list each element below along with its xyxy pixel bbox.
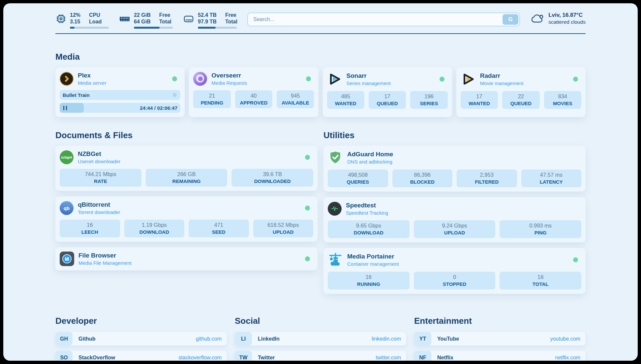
- card-subtitle: Usenet downloader: [78, 159, 120, 164]
- stat-series: 196 SERIES: [410, 91, 447, 109]
- ram-free-label: Free: [159, 12, 171, 18]
- filebrowser-icon: [60, 252, 74, 266]
- search-input[interactable]: [247, 13, 520, 26]
- ram-progress-bar: [134, 27, 173, 29]
- stat-seed: 471 SEED: [189, 220, 249, 237]
- qbittorrent-icon: qb: [60, 201, 74, 215]
- card-radarr[interactable]: Radarr Movie management 17 WANTED 22 QUE…: [456, 67, 586, 117]
- section-title-utilities: Utilities: [323, 130, 586, 140]
- entertainment-links-column: Entertainment YT YouTube youtube.com NF …: [414, 301, 586, 361]
- card-adguard[interactable]: AdGuard Home DNS and adblocking 498,508 …: [323, 146, 586, 192]
- card-portainer[interactable]: Media Portainer Container management 16 …: [323, 248, 586, 294]
- cpu-stat-group: 12% 3.15 CPU Load: [55, 12, 109, 29]
- stat-pending: 21 PENDING: [193, 90, 230, 108]
- pause-icon: [63, 106, 67, 110]
- stat-queued: 22 QUEUED: [502, 91, 539, 109]
- stat-latency: 47.57 ms LATENCY: [521, 169, 582, 187]
- stat-running: 16 RUNNING: [328, 272, 410, 289]
- card-title: Radarr: [480, 72, 524, 79]
- portainer-icon: [328, 252, 343, 267]
- card-subtitle: Media server: [78, 80, 107, 86]
- adguard-icon: [328, 150, 343, 165]
- card-plex[interactable]: Plex Media server Bullet Train: [55, 67, 185, 117]
- twitter-badge-icon: TW: [235, 351, 252, 361]
- card-qbittorrent[interactable]: qb qBittorrent Torrent downloader 16 LEE…: [55, 197, 318, 242]
- search-container: G: [247, 13, 520, 26]
- overseerr-icon: [193, 72, 207, 86]
- card-filebrowser[interactable]: File Browser Media File Management: [55, 247, 318, 270]
- status-indicator: [440, 77, 444, 82]
- cpu-load-value: 3.15: [70, 18, 80, 25]
- card-title: AdGuard Home: [347, 151, 393, 158]
- link-netflix[interactable]: NF Netflix netflix.com: [414, 351, 586, 361]
- header-divider: [55, 33, 586, 34]
- status-indicator: [172, 76, 177, 81]
- gear-icon[interactable]: [172, 92, 177, 98]
- card-subtitle: Movie management: [480, 80, 524, 86]
- link-stackoverflow[interactable]: SO StackOverflow stackoverflow.com: [55, 351, 227, 361]
- link-linkedin[interactable]: LI LinkedIn linkedin.com: [235, 332, 406, 346]
- status-indicator: [306, 76, 311, 81]
- stat-ping: 0.993 ms PING: [500, 220, 581, 238]
- cpu-progress-bar: [70, 27, 109, 29]
- card-subtitle: Media File Management: [78, 260, 132, 266]
- stat-download: 1.19 Gbps DOWNLOAD: [124, 220, 185, 237]
- status-indicator: [305, 257, 310, 261]
- link-github[interactable]: GH Github github.com: [55, 332, 227, 346]
- stat-wanted: 17 WANTED: [461, 91, 498, 109]
- stat-wanted: 485 WANTED: [327, 91, 364, 109]
- stat-blocked: 86,396 BLOCKED: [392, 169, 453, 187]
- search-engine-button[interactable]: G: [503, 14, 518, 25]
- dashboard-page: 12% 3.15 CPU Load: [3, 3, 638, 361]
- plex-icon: [60, 72, 74, 86]
- sonarr-icon: [327, 72, 342, 87]
- link-twitter[interactable]: TW Twitter twitter.com: [235, 351, 406, 361]
- card-title: qBittorrent: [78, 201, 120, 208]
- ram-free-value: 22 GiB: [134, 12, 151, 18]
- card-nzbget[interactable]: nzbget NZBGet Usenet downloader 744.21 M…: [55, 146, 318, 191]
- social-links-column: Social LI LinkedIn linkedin.com TW Twitt…: [235, 301, 406, 361]
- section-title-entertainment: Entertainment: [414, 316, 586, 326]
- card-subtitle: DNS and adblocking: [347, 159, 393, 165]
- card-title: Speedtest: [346, 202, 388, 209]
- status-indicator: [305, 155, 310, 160]
- card-subtitle: Speedtest Tracking: [346, 210, 388, 216]
- top-bar: 12% 3.15 CPU Load: [55, 12, 586, 29]
- disk-progress-fill: [198, 27, 216, 29]
- cloud-icon: [530, 12, 544, 25]
- card-title: File Browser: [78, 252, 132, 259]
- ram-total-value: 64 GiB: [134, 18, 151, 25]
- stackoverflow-badge-icon: SO: [55, 351, 73, 361]
- card-title: Sonarr: [347, 72, 391, 79]
- card-sonarr[interactable]: Sonarr Series management 485 WANTED 17 Q…: [323, 67, 452, 117]
- utilities-column: Utilities AdGuard Home DNS and adblockin…: [323, 119, 586, 299]
- cpu-progress-fill: [70, 27, 75, 29]
- developer-links-column: Developer GH Github github.com SO StackO…: [55, 301, 227, 361]
- cpu-icon: [55, 13, 67, 24]
- card-subtitle: Torrent downloader: [78, 209, 120, 215]
- disk-icon: [183, 13, 195, 24]
- speedtest-icon: [328, 202, 342, 216]
- section-title-social: Social: [235, 316, 406, 326]
- disk-total-value: 97.9 TB: [198, 18, 217, 25]
- weather-location: Lviv, 16.87°C: [548, 12, 586, 18]
- cpu-label: CPU: [89, 12, 102, 18]
- card-title: Overseerr: [211, 72, 247, 79]
- ram-stat-group: 22 GiB 64 GiB Free Total: [119, 12, 173, 29]
- stat-upload: 618.52 Mbps UPLOAD: [253, 220, 314, 237]
- card-subtitle: Container management: [347, 261, 399, 267]
- stat-download: 9.65 Gbps DOWNLOAD: [328, 220, 410, 238]
- section-title-media: Media: [55, 52, 586, 62]
- netflix-badge-icon: NF: [414, 351, 431, 361]
- disk-free-label: Free: [225, 12, 237, 18]
- card-title: Media Portainer: [347, 253, 399, 260]
- card-subtitle: Series management: [347, 80, 391, 86]
- stat-rate: 744.21 Mbps RATE: [60, 169, 141, 187]
- status-indicator: [573, 258, 578, 262]
- card-overseerr[interactable]: Overseerr Media Requests 21 PENDING 40 A…: [189, 67, 318, 117]
- link-youtube[interactable]: YT YouTube youtube.com: [414, 332, 586, 346]
- stat-downloaded: 39.6 TB DOWNLOADED: [231, 169, 313, 187]
- ram-progress-fill: [134, 27, 160, 29]
- playback-progress-bar: 24:44 / 02:06:47: [60, 103, 180, 113]
- card-speedtest[interactable]: Speedtest Speedtest Tracking 9.65 Gbps D…: [323, 197, 586, 242]
